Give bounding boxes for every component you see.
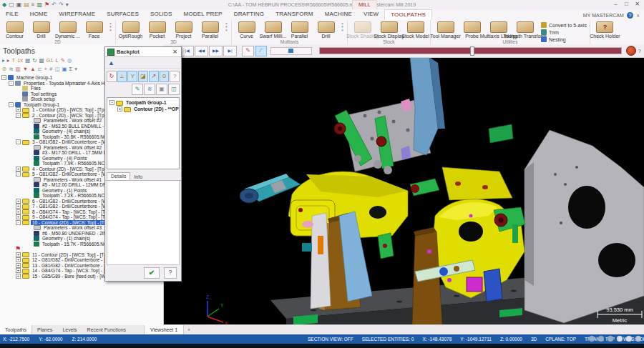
group-scroll-multiaxis[interactable] [339, 21, 346, 32]
step-forward-button[interactable]: ▶▶ [209, 46, 223, 56]
ribbon-icon[interactable]: ≋ [144, 84, 155, 95]
follow-mode-toggle[interactable]: ∕ [255, 46, 267, 56]
ribbon-button[interactable]: Contour [1, 21, 28, 39]
redo-icon[interactable]: ↷ [59, 1, 64, 8]
post-selected-icon[interactable]: G1 [47, 57, 54, 64]
my-mastercam-link[interactable]: MY MASTERCAM [583, 13, 624, 18]
axes-status-icon[interactable] [626, 336, 632, 342]
collapse-ribbon-icon[interactable]: ∧ [636, 13, 640, 19]
backplot-title-bar[interactable]: Backplot ✕ [105, 47, 181, 57]
tree-expander[interactable]: - [9, 81, 14, 86]
viewsheet-tab[interactable]: Viewsheet 1 [144, 325, 184, 334]
regen-all-icon[interactable]: ▩ [39, 57, 44, 64]
tree-expander[interactable]: - [1, 75, 6, 80]
new-file-icon[interactable]: ▢ [9, 1, 14, 8]
ribbon-button[interactable]: Dynamic ... [54, 21, 81, 39]
tree-expander[interactable]: + [16, 199, 21, 204]
tree-expander[interactable]: + [16, 268, 21, 273]
panel-tab[interactable]: Toolpaths [0, 325, 32, 334]
status-field[interactable]: CPLANE: TOP [545, 337, 576, 342]
ribbon-tab[interactable]: TOOLPATHS [384, 9, 432, 20]
status-field[interactable]: 3D [531, 337, 537, 342]
panel-tab[interactable]: Recent Functions [82, 325, 131, 334]
tree-expander[interactable]: + [16, 274, 21, 279]
ribbon-tab[interactable]: SOLIDS [145, 9, 178, 20]
group-scroll-3d[interactable] [223, 21, 230, 32]
ribbon-tab[interactable]: FILE [0, 9, 24, 20]
ribbon-tab[interactable]: DRAFTING [228, 9, 270, 20]
stack-button[interactable]: Trim [541, 29, 587, 35]
select-window-icon[interactable]: ◫ [54, 66, 59, 72]
step-back-button[interactable]: ◀◀ [195, 46, 208, 56]
show-tool-icon[interactable]: ⊥ [117, 71, 127, 82]
ribbon-button[interactable]: Parallel [286, 21, 313, 39]
backplot-tab[interactable]: Details [107, 172, 130, 180]
panel-tab[interactable]: Planes [32, 325, 57, 334]
open-icon[interactable]: ▤ [24, 1, 29, 8]
ribbon-button[interactable]: Toolpath Transform [512, 21, 538, 39]
ribbon-button[interactable]: ? Check Holder [592, 21, 618, 39]
close-button[interactable]: ✕ [632, 0, 643, 9]
ribbon-button[interactable]: OptiRough [117, 21, 144, 39]
stop-icon[interactable] [626, 46, 636, 56]
ribbon-button[interactable]: Curve [233, 21, 260, 39]
speed-slider[interactable] [270, 47, 312, 55]
tplane-status-icon[interactable] [608, 336, 613, 342]
ribbon-tab[interactable]: MACHINE [319, 9, 358, 20]
graphics-viewport[interactable]: |◀◀◀▶▶▶| ✎∕ ? [163, 44, 644, 325]
show-rapid-icon[interactable]: ◪ [138, 71, 148, 82]
backplot-tree-item[interactable]: - Toolpath Group-1 [107, 99, 179, 106]
progress-handle[interactable] [470, 46, 474, 56]
ribbon-tab[interactable]: SURFACES [101, 9, 145, 20]
scan-icon[interactable]: # [49, 66, 52, 72]
ribbon-button[interactable]: Swarf Milli... [260, 21, 286, 39]
settings-status-icon[interactable] [635, 336, 641, 342]
go-to-end-button[interactable]: ▶| [223, 46, 237, 56]
gview-status-icon[interactable] [589, 336, 595, 342]
status-field[interactable]: SECTION VIEW: OFF [308, 337, 353, 342]
print-icon[interactable]: ≡ [31, 1, 35, 8]
status-field[interactable]: Z: 0.00000 [500, 337, 522, 342]
stack-button[interactable]: Convert to 5-axis [541, 22, 587, 28]
tree-expander[interactable]: + [16, 214, 21, 219]
move-down-icon[interactable]: ▼ [23, 66, 28, 72]
ribbon-button[interactable]: Parallel [197, 21, 223, 39]
tree-expander[interactable]: + [16, 107, 21, 112]
status-field[interactable]: SELECTED ENTITIES: 0 [362, 337, 414, 342]
tree-expander[interactable]: - [9, 102, 14, 107]
undo-icon[interactable]: ↶ [52, 1, 57, 8]
tree-expander[interactable]: - [16, 171, 21, 177]
show-holder-icon[interactable]: Y [127, 71, 137, 82]
save-as-geometry-icon[interactable]: ◫ [168, 84, 180, 95]
tree-expander[interactable]: - [16, 139, 21, 144]
context-tab-mill[interactable]: MILL [352, 0, 377, 9]
select-all-icon[interactable]: ▸ [2, 57, 5, 64]
ok-button[interactable]: ✔ [144, 267, 160, 279]
help-icon[interactable]: ◎ [67, 57, 72, 64]
tree-expander[interactable]: - [16, 220, 21, 225]
summary-icon[interactable]: Σ [69, 66, 73, 72]
backplot-tab[interactable]: Info [130, 174, 146, 180]
toolpath-list-icon[interactable]: ▦ [25, 57, 30, 64]
tree-expander[interactable]: + [16, 209, 21, 214]
add-viewsheet-button[interactable]: + [184, 325, 194, 334]
select-none-icon[interactable]: ▸ [7, 57, 10, 64]
options-icon[interactable]: ? [170, 71, 180, 82]
highfeed-icon[interactable]: L [56, 57, 59, 64]
minimize-button[interactable]: – [610, 0, 621, 9]
ribbon-tab[interactable]: VIEW [358, 9, 384, 20]
backplot-close-icon[interactable]: ✕ [171, 49, 179, 55]
ribbon-tab[interactable]: TRANSFORM [270, 9, 318, 20]
backplot-help-button[interactable]: ? [164, 267, 177, 279]
delete-icon[interactable]: ▥ [16, 66, 21, 72]
ribbon-button[interactable]: Pocket [144, 21, 170, 39]
tree-expander[interactable]: + [16, 166, 21, 171]
tree-expander[interactable]: - [109, 100, 114, 105]
ribbon-button[interactable]: Face [81, 21, 107, 39]
move-insert-icon[interactable]: ⊏ [38, 66, 42, 72]
ribbon-button[interactable]: Stock Model [402, 21, 429, 39]
tree-expander[interactable]: + [16, 252, 21, 257]
edit-icon[interactable]: ✎ [61, 57, 65, 64]
tree-expander[interactable]: + [117, 106, 122, 111]
insert-arrow-icon[interactable]: + [44, 66, 47, 72]
